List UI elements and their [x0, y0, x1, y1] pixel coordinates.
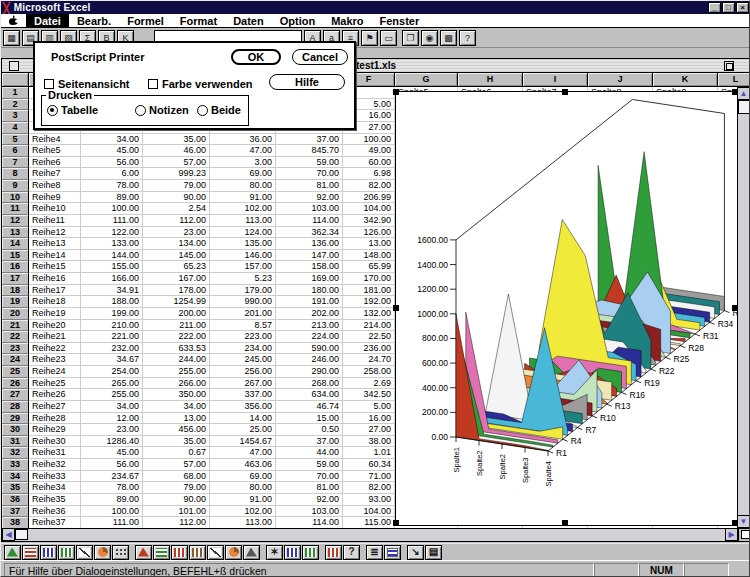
cell[interactable]: 157.00: [210, 261, 276, 273]
cell[interactable]: 126.00: [343, 227, 395, 239]
cell[interactable]: 266.00: [143, 378, 210, 390]
chart-bar-icon[interactable]: [22, 545, 39, 560]
menu-formel[interactable]: Formel: [119, 14, 172, 27]
cell[interactable]: 100.00: [81, 203, 143, 215]
vscroll-thumb[interactable]: [738, 100, 750, 114]
cell[interactable]: 78.00: [81, 482, 143, 494]
chart-3d-column-icon[interactable]: [171, 545, 188, 560]
cell[interactable]: 265.00: [81, 378, 143, 390]
cell[interactable]: 590.00: [276, 343, 343, 355]
cell[interactable]: 104.00: [343, 203, 395, 215]
scroll-right-icon[interactable]: ▶: [725, 528, 738, 541]
cell[interactable]: 45.00: [81, 145, 143, 157]
cell[interactable]: 180.00: [276, 285, 343, 297]
tabelle-radio[interactable]: [47, 105, 58, 116]
cell[interactable]: 91.00: [210, 494, 276, 506]
cell[interactable]: Reihe33: [29, 471, 81, 483]
cell[interactable]: 133.00: [81, 238, 143, 250]
maximize-button[interactable]: □: [722, 2, 735, 13]
cell[interactable]: 111.00: [81, 215, 143, 227]
cell[interactable]: 170.00: [343, 273, 395, 285]
cell[interactable]: 136.00: [276, 238, 343, 250]
cell[interactable]: Reihe23: [29, 354, 81, 366]
menu-fenster[interactable]: Fenster: [372, 14, 428, 27]
cell[interactable]: 34.00: [143, 401, 210, 413]
cell[interactable]: 49.00: [343, 145, 395, 157]
cell[interactable]: 34.67: [81, 354, 143, 366]
cell[interactable]: 35.00: [143, 134, 210, 146]
horizontal-scrollbar[interactable]: ◀ ▶: [2, 528, 750, 541]
cell[interactable]: 37.00: [276, 134, 343, 146]
cell[interactable]: 234.67: [81, 471, 143, 483]
cell[interactable]: 245.00: [210, 354, 276, 366]
row-number[interactable]: 24: [2, 354, 29, 366]
cell[interactable]: 13.00: [143, 413, 210, 425]
row-number[interactable]: 19: [2, 296, 29, 308]
chart-default-icon[interactable]: [302, 545, 319, 560]
cell[interactable]: 1454.67: [210, 436, 276, 448]
cell[interactable]: 14.00: [210, 413, 276, 425]
cell[interactable]: 256.00: [210, 366, 276, 378]
cell[interactable]: 342.90: [343, 215, 395, 227]
cell[interactable]: 46.74: [276, 401, 343, 413]
new-icon[interactable]: ▦: [3, 30, 20, 46]
minimize-button[interactable]: _: [708, 2, 721, 13]
cell[interactable]: 27.00: [343, 424, 395, 436]
menu-datei[interactable]: Datei: [26, 14, 69, 27]
cell[interactable]: 81.00: [276, 482, 343, 494]
cell[interactable]: 69.00: [210, 168, 276, 180]
cell[interactable]: 210.00: [81, 320, 143, 332]
row-number[interactable]: 3: [2, 110, 29, 122]
column-header-J[interactable]: J: [588, 73, 653, 86]
cell[interactable]: 246.00: [276, 354, 343, 366]
cell[interactable]: Reihe14: [29, 250, 81, 262]
cell[interactable]: 463.06: [210, 459, 276, 471]
row-number[interactable]: 23: [2, 343, 29, 355]
cell[interactable]: 122.00: [81, 227, 143, 239]
row-number[interactable]: 22: [2, 331, 29, 343]
cell[interactable]: 60.00: [343, 157, 395, 169]
cell[interactable]: 258.00: [343, 366, 395, 378]
cell[interactable]: 6.00: [81, 168, 143, 180]
cell[interactable]: 169.00: [276, 273, 343, 285]
column-header-K[interactable]: K: [653, 73, 718, 86]
cell[interactable]: 255.00: [81, 389, 143, 401]
cell[interactable]: Reihe25: [29, 378, 81, 390]
select-all-corner[interactable]: [2, 73, 29, 86]
cell[interactable]: 24.70: [343, 354, 395, 366]
row-number[interactable]: 31: [2, 436, 29, 448]
cell[interactable]: 6.98: [343, 168, 395, 180]
arrow-tool-icon[interactable]: ↘: [407, 545, 424, 560]
cell[interactable]: 71.00: [343, 471, 395, 483]
cell[interactable]: Reihe17: [29, 285, 81, 297]
chart-area-icon[interactable]: [4, 545, 21, 560]
cell[interactable]: 102.00: [210, 203, 276, 215]
row-number[interactable]: 18: [2, 285, 29, 297]
chart-3d-area-icon[interactable]: [135, 545, 152, 560]
cell[interactable]: Reihe21: [29, 331, 81, 343]
cell[interactable]: 92.00: [276, 192, 343, 204]
cell[interactable]: Reihe37: [29, 517, 81, 528]
cell[interactable]: Reihe30: [29, 436, 81, 448]
cell[interactable]: 80.00: [210, 482, 276, 494]
row-number[interactable]: 11: [2, 203, 29, 215]
cell[interactable]: 633.53: [143, 343, 210, 355]
cell[interactable]: 65.23: [143, 261, 210, 273]
cell[interactable]: 456.00: [143, 424, 210, 436]
cell[interactable]: 69.00: [210, 471, 276, 483]
cell[interactable]: 45.00: [81, 447, 143, 459]
menu-daten[interactable]: Daten: [225, 14, 272, 27]
cell[interactable]: Reihe35: [29, 494, 81, 506]
cell[interactable]: 0.50: [276, 424, 343, 436]
hscroll-thumb[interactable]: [15, 529, 28, 540]
cell[interactable]: 188.00: [81, 296, 143, 308]
cell[interactable]: 36.00: [210, 134, 276, 146]
cell[interactable]: 146.00: [210, 250, 276, 262]
scroll-left-icon[interactable]: ◀: [2, 528, 15, 541]
notizen-radio[interactable]: [135, 105, 146, 116]
cell[interactable]: 1286.40: [81, 436, 143, 448]
cell[interactable]: 634.00: [276, 389, 343, 401]
cell[interactable]: 337.00: [210, 389, 276, 401]
cell[interactable]: Reihe32: [29, 459, 81, 471]
cell[interactable]: 79.00: [143, 482, 210, 494]
